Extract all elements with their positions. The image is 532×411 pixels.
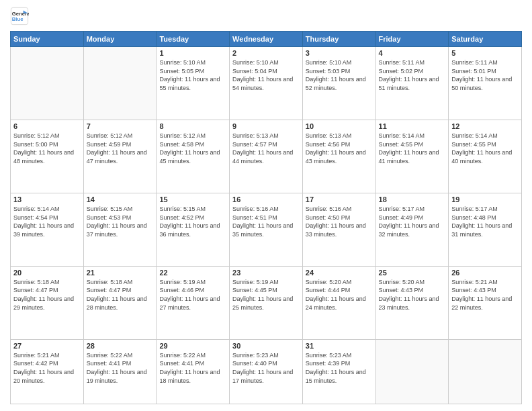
header: General Blue: [10, 7, 522, 26]
calendar-week-5: 27Sunrise: 5:21 AM Sunset: 4:42 PM Dayli…: [11, 339, 522, 404]
day-info: Sunrise: 5:12 AM Sunset: 4:59 PM Dayligh…: [87, 132, 154, 165]
calendar-cell: 8Sunrise: 5:12 AM Sunset: 4:58 PM Daylig…: [157, 120, 230, 193]
calendar-cell: 5Sunrise: 5:11 AM Sunset: 5:01 PM Daylig…: [449, 47, 522, 120]
day-info: Sunrise: 5:20 AM Sunset: 4:43 PM Dayligh…: [379, 278, 446, 312]
logo-icon: General Blue: [10, 7, 29, 26]
calendar-week-4: 20Sunrise: 5:18 AM Sunset: 4:47 PM Dayli…: [11, 266, 522, 339]
calendar-cell: 30Sunrise: 5:23 AM Sunset: 4:40 PM Dayli…: [230, 339, 303, 404]
day-number: 10: [306, 122, 373, 130]
calendar-cell: [375, 339, 449, 404]
day-info: Sunrise: 5:22 AM Sunset: 4:41 PM Dayligh…: [159, 351, 226, 385]
calendar-cell: 14Sunrise: 5:15 AM Sunset: 4:53 PM Dayli…: [83, 193, 157, 266]
day-info: Sunrise: 5:23 AM Sunset: 4:40 PM Dayligh…: [232, 351, 300, 385]
day-number: 6: [13, 122, 81, 130]
day-info: Sunrise: 5:17 AM Sunset: 4:49 PM Dayligh…: [379, 205, 446, 238]
calendar-cell: 17Sunrise: 5:16 AM Sunset: 4:50 PM Dayli…: [302, 193, 375, 266]
day-number: 8: [159, 122, 226, 130]
calendar-cell: 2Sunrise: 5:10 AM Sunset: 5:04 PM Daylig…: [230, 47, 303, 120]
day-number: 18: [379, 195, 446, 203]
day-info: Sunrise: 5:12 AM Sunset: 5:00 PM Dayligh…: [13, 132, 81, 165]
calendar-cell: 28Sunrise: 5:22 AM Sunset: 4:41 PM Dayli…: [83, 339, 157, 404]
day-info: Sunrise: 5:14 AM Sunset: 4:55 PM Dayligh…: [379, 132, 446, 165]
calendar-cell: 4Sunrise: 5:11 AM Sunset: 5:02 PM Daylig…: [375, 47, 449, 120]
day-info: Sunrise: 5:18 AM Sunset: 4:47 PM Dayligh…: [87, 278, 154, 312]
svg-text:Blue: Blue: [12, 16, 24, 22]
calendar-cell: [83, 47, 157, 120]
calendar-cell: 23Sunrise: 5:19 AM Sunset: 4:45 PM Dayli…: [230, 266, 303, 339]
calendar-cell: 18Sunrise: 5:17 AM Sunset: 4:49 PM Dayli…: [375, 193, 449, 266]
day-info: Sunrise: 5:11 AM Sunset: 5:02 PM Dayligh…: [379, 58, 446, 92]
day-number: 30: [232, 342, 300, 350]
svg-text:General: General: [12, 11, 29, 17]
day-info: Sunrise: 5:18 AM Sunset: 4:47 PM Dayligh…: [13, 278, 81, 312]
day-info: Sunrise: 5:16 AM Sunset: 4:50 PM Dayligh…: [306, 205, 373, 238]
calendar-cell: 7Sunrise: 5:12 AM Sunset: 4:59 PM Daylig…: [83, 120, 157, 193]
weekday-header-row: SundayMondayTuesdayWednesdayThursdayFrid…: [11, 32, 522, 47]
day-number: 4: [379, 49, 446, 57]
day-number: 26: [451, 269, 519, 277]
calendar-cell: 1Sunrise: 5:10 AM Sunset: 5:05 PM Daylig…: [157, 47, 230, 120]
day-number: 20: [13, 269, 81, 277]
day-info: Sunrise: 5:13 AM Sunset: 4:56 PM Dayligh…: [306, 132, 373, 165]
day-info: Sunrise: 5:20 AM Sunset: 4:44 PM Dayligh…: [306, 278, 373, 312]
calendar-week-2: 6Sunrise: 5:12 AM Sunset: 5:00 PM Daylig…: [11, 120, 522, 193]
day-info: Sunrise: 5:16 AM Sunset: 4:51 PM Dayligh…: [232, 205, 300, 238]
calendar-cell: 12Sunrise: 5:14 AM Sunset: 4:55 PM Dayli…: [449, 120, 522, 193]
day-info: Sunrise: 5:10 AM Sunset: 5:04 PM Dayligh…: [232, 58, 300, 92]
calendar-cell: 10Sunrise: 5:13 AM Sunset: 4:56 PM Dayli…: [302, 120, 375, 193]
day-info: Sunrise: 5:12 AM Sunset: 4:58 PM Dayligh…: [159, 132, 226, 165]
weekday-header-saturday: Saturday: [449, 32, 522, 47]
day-info: Sunrise: 5:10 AM Sunset: 5:03 PM Dayligh…: [306, 58, 373, 92]
day-info: Sunrise: 5:21 AM Sunset: 4:42 PM Dayligh…: [13, 351, 81, 385]
calendar-cell: 20Sunrise: 5:18 AM Sunset: 4:47 PM Dayli…: [11, 266, 84, 339]
calendar-cell: 9Sunrise: 5:13 AM Sunset: 4:57 PM Daylig…: [230, 120, 303, 193]
calendar-cell: 15Sunrise: 5:15 AM Sunset: 4:52 PM Dayli…: [157, 193, 230, 266]
day-number: 3: [306, 49, 373, 57]
day-number: 12: [451, 122, 519, 130]
day-info: Sunrise: 5:22 AM Sunset: 4:41 PM Dayligh…: [87, 351, 154, 385]
calendar-cell: 13Sunrise: 5:14 AM Sunset: 4:54 PM Dayli…: [11, 193, 84, 266]
weekday-header-sunday: Sunday: [11, 32, 84, 47]
day-number: 22: [159, 269, 226, 277]
calendar-cell: 25Sunrise: 5:20 AM Sunset: 4:43 PM Dayli…: [375, 266, 449, 339]
day-number: 25: [379, 269, 446, 277]
day-number: 17: [306, 195, 373, 203]
day-number: 14: [87, 195, 154, 203]
calendar-cell: 22Sunrise: 5:19 AM Sunset: 4:46 PM Dayli…: [157, 266, 230, 339]
calendar-cell: 21Sunrise: 5:18 AM Sunset: 4:47 PM Dayli…: [83, 266, 157, 339]
day-number: 24: [306, 269, 373, 277]
logo: General Blue: [10, 7, 29, 26]
day-info: Sunrise: 5:13 AM Sunset: 4:57 PM Dayligh…: [232, 132, 300, 165]
day-info: Sunrise: 5:19 AM Sunset: 4:46 PM Dayligh…: [159, 278, 226, 312]
day-number: 16: [232, 195, 300, 203]
weekday-header-wednesday: Wednesday: [230, 32, 303, 47]
day-number: 28: [87, 342, 154, 350]
calendar-cell: 16Sunrise: 5:16 AM Sunset: 4:51 PM Dayli…: [230, 193, 303, 266]
day-number: 29: [159, 342, 226, 350]
day-number: 1: [159, 49, 226, 57]
day-info: Sunrise: 5:21 AM Sunset: 4:43 PM Dayligh…: [451, 278, 519, 312]
weekday-header-friday: Friday: [375, 32, 449, 47]
day-number: 19: [451, 195, 519, 203]
calendar-cell: 11Sunrise: 5:14 AM Sunset: 4:55 PM Dayli…: [375, 120, 449, 193]
calendar-cell: 3Sunrise: 5:10 AM Sunset: 5:03 PM Daylig…: [302, 47, 375, 120]
calendar-cell: 6Sunrise: 5:12 AM Sunset: 5:00 PM Daylig…: [11, 120, 84, 193]
calendar-table: SundayMondayTuesdayWednesdayThursdayFrid…: [10, 31, 522, 404]
day-number: 15: [159, 195, 226, 203]
calendar-cell: 26Sunrise: 5:21 AM Sunset: 4:43 PM Dayli…: [449, 266, 522, 339]
day-number: 5: [451, 49, 519, 57]
day-number: 9: [232, 122, 300, 130]
day-info: Sunrise: 5:15 AM Sunset: 4:53 PM Dayligh…: [87, 205, 154, 238]
weekday-header-monday: Monday: [83, 32, 157, 47]
day-info: Sunrise: 5:14 AM Sunset: 4:54 PM Dayligh…: [13, 205, 81, 238]
calendar-cell: [449, 339, 522, 404]
day-info: Sunrise: 5:17 AM Sunset: 4:48 PM Dayligh…: [451, 205, 519, 238]
day-number: 2: [232, 49, 300, 57]
weekday-header-thursday: Thursday: [302, 32, 375, 47]
calendar-cell: 31Sunrise: 5:23 AM Sunset: 4:39 PM Dayli…: [302, 339, 375, 404]
day-number: 31: [306, 342, 373, 350]
day-info: Sunrise: 5:19 AM Sunset: 4:45 PM Dayligh…: [232, 278, 300, 312]
day-info: Sunrise: 5:15 AM Sunset: 4:52 PM Dayligh…: [159, 205, 226, 238]
calendar-cell: [11, 47, 84, 120]
day-info: Sunrise: 5:11 AM Sunset: 5:01 PM Dayligh…: [451, 58, 519, 92]
